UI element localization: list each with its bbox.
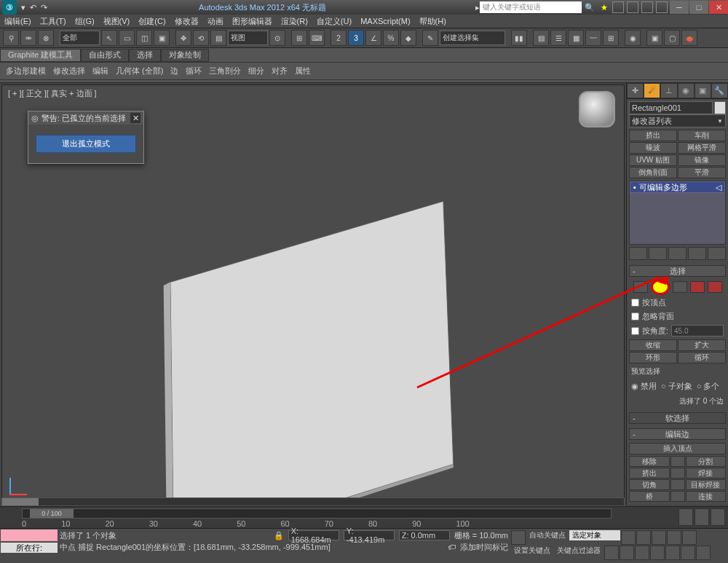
menu-group[interactable]: 组(G) bbox=[75, 16, 95, 27]
viewcube[interactable] bbox=[579, 91, 615, 127]
keymode-dropdown[interactable]: 选定对象 bbox=[569, 530, 620, 540]
script-recorder[interactable] bbox=[1, 529, 58, 541]
titlebar-tool-3[interactable] bbox=[656, 1, 668, 13]
rollout-softselection[interactable]: 软选择 bbox=[629, 412, 726, 424]
stack-item-editpoly[interactable]: ▪可编辑多边形◁ bbox=[630, 181, 725, 193]
subobj-vertex-icon[interactable] bbox=[633, 281, 648, 293]
settings-icon[interactable] bbox=[670, 479, 685, 490]
maximize-button[interactable]: □ bbox=[689, 1, 708, 14]
key-toggle-icon[interactable] bbox=[511, 530, 526, 545]
btn-chamfer[interactable]: 切角 bbox=[629, 479, 670, 490]
radio-off[interactable]: ◉ 禁用 bbox=[631, 381, 657, 392]
ribbon-sub-8[interactable]: 对齐 bbox=[272, 66, 288, 76]
bind-icon[interactable]: ⊗ bbox=[38, 30, 54, 46]
panel-tab-display[interactable]: ▣ bbox=[695, 83, 711, 98]
ribbon-toggle-icon[interactable]: ▦ bbox=[568, 30, 584, 46]
time-slider-thumb[interactable]: 0 / 100 bbox=[30, 509, 74, 518]
chk-by-angle[interactable]: 按角度:45.0 bbox=[631, 325, 724, 336]
btn-remove[interactable]: 移除 bbox=[629, 456, 670, 467]
refcoord-dropdown[interactable]: 视图 bbox=[228, 31, 268, 45]
redo-icon[interactable]: ↷ bbox=[41, 3, 47, 12]
btn-ring[interactable]: 环形 bbox=[629, 352, 677, 363]
search-input[interactable]: 键入关键字或短语 bbox=[480, 1, 582, 13]
menu-edit[interactable]: 编辑(E) bbox=[4, 16, 31, 27]
render-icon[interactable]: 🫖 bbox=[681, 30, 697, 46]
dialog-close-button[interactable]: ✕ bbox=[130, 113, 141, 123]
quickmod-noise[interactable]: 噪波 bbox=[629, 142, 677, 154]
align-icon[interactable]: ▤ bbox=[533, 30, 549, 46]
play-next-icon[interactable] bbox=[667, 530, 681, 545]
move-icon[interactable]: ✥ bbox=[175, 30, 191, 46]
help-icon[interactable] bbox=[612, 1, 624, 13]
ribbon-sub-0[interactable]: 多边形建模 bbox=[6, 66, 46, 76]
manipulate-icon[interactable]: ⊞ bbox=[291, 30, 307, 46]
snap3d-icon[interactable]: 3 bbox=[348, 30, 364, 46]
autokey-button[interactable]: 自动关键点 bbox=[526, 530, 569, 540]
radio-multi[interactable]: ○ 多个 bbox=[697, 381, 720, 392]
subobj-polygon-icon[interactable] bbox=[690, 281, 705, 293]
rotate-icon[interactable]: ⟲ bbox=[193, 30, 209, 46]
time-slider[interactable]: 0 / 100 bbox=[22, 508, 612, 519]
panel-tab-create[interactable]: ✚ bbox=[627, 83, 644, 98]
titlebar-menu-icon[interactable]: ▾ bbox=[21, 3, 25, 12]
ribbon-sub-3[interactable]: 几何体 (全部) bbox=[116, 66, 163, 76]
stack-unique-icon[interactable] bbox=[668, 247, 687, 260]
undo-icon[interactable]: ↶ bbox=[30, 3, 36, 12]
snap2d-icon[interactable]: 2 bbox=[331, 30, 347, 46]
panel-tab-utilities[interactable]: 🔧 bbox=[711, 83, 728, 98]
stack-remove-icon[interactable] bbox=[688, 247, 706, 260]
coord-x[interactable]: X: 1668.684m bbox=[288, 530, 339, 540]
viewport[interactable]: [ + ][ 正交 ][ 真实 + 边面 ] ◎ 警告: 已孤立的当前选择 ✕ … bbox=[1, 84, 625, 503]
material-editor-icon[interactable]: ◉ bbox=[625, 30, 641, 46]
nav-zoom-icon[interactable] bbox=[620, 546, 634, 560]
panel-tab-modify[interactable]: ☄ bbox=[644, 83, 660, 98]
btn-weld[interactable]: 焊接 bbox=[686, 468, 727, 479]
play-end-icon[interactable] bbox=[682, 530, 697, 545]
btn-loop[interactable]: 循环 bbox=[678, 352, 726, 363]
menu-customize[interactable]: 自定义(U) bbox=[317, 16, 352, 27]
timeline-btn-2[interactable] bbox=[695, 508, 709, 526]
link-icon[interactable]: ⚲ bbox=[3, 30, 19, 46]
btn-insertvertex[interactable]: 插入顶点 bbox=[629, 443, 726, 454]
lock-icon[interactable]: 🔒 bbox=[274, 531, 284, 540]
menu-animation[interactable]: 动画 bbox=[207, 16, 223, 27]
menu-views[interactable]: 视图(V) bbox=[103, 16, 130, 27]
add-timetag[interactable]: 添加时间标记 bbox=[460, 542, 508, 553]
ribbon-sub-2[interactable]: 编辑 bbox=[92, 66, 108, 76]
angle-spinner[interactable]: 45.0 bbox=[671, 325, 724, 336]
play-start-icon[interactable] bbox=[621, 530, 636, 545]
ribbon-tab-selection[interactable]: 选择 bbox=[129, 49, 161, 62]
btn-grow[interactable]: 扩大 bbox=[678, 339, 726, 351]
btn-shrink[interactable]: 收缩 bbox=[629, 339, 677, 351]
menu-modifiers[interactable]: 修改器 bbox=[175, 16, 199, 27]
subobj-element-icon[interactable] bbox=[708, 281, 722, 293]
named-selection-dropdown[interactable]: 创建选择集 bbox=[440, 31, 505, 45]
ribbon-tab-freeform[interactable]: 自由形式 bbox=[81, 49, 129, 62]
btn-targetweld[interactable]: 目标焊接 bbox=[686, 479, 727, 490]
quickmod-mirror[interactable]: 镜像 bbox=[678, 154, 726, 166]
nav-maximize-icon[interactable] bbox=[696, 546, 711, 560]
timeline-btn-3[interactable] bbox=[711, 508, 725, 526]
btn-bridge[interactable]: 桥 bbox=[629, 491, 670, 502]
favorite-icon[interactable]: ★ bbox=[601, 3, 608, 12]
btn-extrude[interactable]: 挤出 bbox=[629, 468, 670, 479]
schematic-icon[interactable]: ⊞ bbox=[603, 30, 619, 46]
panel-tab-hierarchy[interactable]: ⊥ bbox=[660, 83, 677, 98]
setkey-button[interactable]: 设置关键点 bbox=[511, 546, 553, 556]
subobj-edge-icon[interactable] bbox=[651, 279, 670, 295]
quickmod-lathe[interactable]: 车削 bbox=[678, 130, 726, 141]
unlink-icon[interactable]: ⚮ bbox=[20, 30, 36, 46]
menu-create[interactable]: 创建(C) bbox=[138, 16, 165, 27]
titlebar-tool-2[interactable] bbox=[641, 1, 653, 13]
viewport-label[interactable]: [ + ][ 正交 ][ 真实 + 边面 ] bbox=[8, 88, 97, 99]
percentsnap-icon[interactable]: % bbox=[383, 30, 399, 46]
menu-help[interactable]: 帮助(H) bbox=[419, 16, 446, 27]
close-button[interactable]: ✕ bbox=[709, 1, 728, 14]
app-logo[interactable]: ③ bbox=[2, 0, 17, 15]
anglesnap-icon[interactable]: ∠ bbox=[365, 30, 381, 46]
nav-zoomall-icon[interactable] bbox=[635, 546, 649, 560]
stack-pin-icon[interactable] bbox=[629, 247, 647, 260]
object-name-field[interactable]: Rectangle001 bbox=[629, 101, 713, 114]
menu-grapheditors[interactable]: 图形编辑器 bbox=[232, 16, 272, 27]
timetag-icon[interactable]: 🏷 bbox=[448, 543, 456, 551]
